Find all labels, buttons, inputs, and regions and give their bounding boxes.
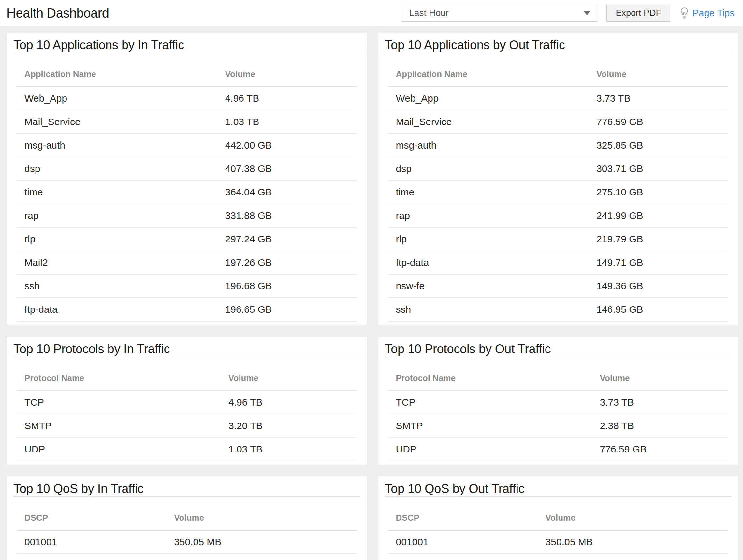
row-name: TCP — [16, 390, 221, 414]
table-row: nsw-fe149.36 GB — [388, 274, 728, 298]
panel: Top 10 Applications by In Traffic Applic… — [7, 33, 366, 325]
row-name: Web_App — [388, 87, 589, 110]
panel: Top 10 Protocols by Out Traffic Protocol… — [378, 336, 738, 465]
column-header-name: DSCP — [388, 497, 538, 530]
row-volume: 442.00 GB — [217, 134, 357, 157]
table-header-row: Application Name Volume — [388, 53, 728, 87]
panel-title: Top 10 Protocols by In Traffic — [13, 341, 360, 357]
page-tips-link[interactable]: Page Tips — [680, 7, 737, 19]
panel: Top 10 QoS by Out Traffic DSCP Volume 00… — [378, 476, 738, 560]
panel-table: DSCP Volume 001001350.05 MBDefault349.17… — [388, 497, 728, 560]
row-volume: 349.17 MB — [166, 554, 356, 560]
panel: Top 10 Applications by Out Traffic Appli… — [378, 33, 738, 325]
table-row: 001001350.05 MB — [388, 530, 728, 554]
table-row: rap241.99 GB — [388, 204, 728, 227]
row-volume: 407.38 GB — [217, 157, 357, 181]
column-header-name: Protocol Name — [16, 357, 221, 390]
export-pdf-button[interactable]: Export PDF — [606, 5, 670, 21]
table-row: dsp303.71 GB — [388, 157, 728, 181]
table-row: rlp297.24 GB — [16, 227, 357, 251]
row-volume: 196.65 GB — [217, 298, 357, 321]
chevron-down-icon — [584, 11, 590, 15]
panel-table: DSCP Volume 001001350.05 MBDefault349.17… — [16, 497, 357, 560]
row-volume: 241.99 GB — [588, 204, 728, 227]
row-volume: 4.96 TB — [221, 390, 356, 414]
table-row: Web_App3.73 TB — [388, 87, 728, 110]
column-header-name: DSCP — [16, 497, 166, 530]
row-name: dsp — [388, 157, 589, 181]
row-name: time — [388, 181, 589, 204]
row-volume: 196.68 GB — [217, 274, 357, 298]
lightbulb-icon — [680, 7, 689, 19]
row-volume: 325.85 GB — [588, 134, 728, 157]
row-name: UDP — [16, 437, 221, 461]
row-name: ftp-data — [16, 298, 217, 321]
row-volume: 4.96 TB — [217, 87, 357, 110]
column-header-volume: Volume — [588, 53, 728, 87]
table-row: Mail_Service1.03 TB — [16, 110, 357, 134]
panel-title: Top 10 QoS by Out Traffic — [385, 481, 732, 497]
row-name: UDP — [388, 437, 592, 461]
header-controls: Last Hour Export PDF Page Tips — [402, 5, 737, 21]
table-row: Mail_Service776.59 GB — [388, 110, 728, 134]
row-volume: 3.20 TB — [221, 414, 356, 437]
row-volume: 3.73 TB — [592, 390, 728, 414]
table-row: time364.04 GB — [16, 181, 357, 204]
row-name: time — [16, 181, 217, 204]
row-name: SMTP — [388, 414, 592, 437]
panel-table: Protocol Name Volume TCP4.96 TBSMTP3.20 … — [16, 357, 357, 461]
table-row: ssh146.95 GB — [388, 298, 728, 321]
time-range-select[interactable]: Last Hour — [402, 5, 597, 21]
table-row: Web_App4.96 TB — [16, 87, 357, 110]
column-header-volume: Volume — [592, 357, 728, 390]
row-name: ssh — [388, 298, 589, 321]
row-volume: 350.05 MB — [166, 530, 356, 554]
row-name: ssh — [16, 274, 217, 298]
row-name: SMTP — [16, 414, 221, 437]
column-header-volume: Volume — [217, 53, 357, 87]
table-row: rlp219.79 GB — [388, 227, 728, 251]
table-row: Mail2197.26 GB — [16, 251, 357, 274]
table-row: SMTP2.38 TB — [388, 414, 728, 437]
row-name: TCP — [388, 390, 592, 414]
row-volume: 275.10 GB — [588, 181, 728, 204]
table-row: rap331.88 GB — [16, 204, 357, 227]
column-header-name: Application Name — [388, 53, 589, 87]
row-name: Web_App — [16, 87, 217, 110]
panel-title: Top 10 Applications by Out Traffic — [385, 37, 732, 53]
time-range-value: Last Hour — [409, 8, 448, 18]
row-name: Default — [388, 554, 538, 560]
row-volume: 3.73 TB — [588, 87, 728, 110]
table-row: UDP1.03 TB — [16, 437, 357, 461]
row-volume: 776.59 GB — [592, 437, 728, 461]
table-row: TCP3.73 TB — [388, 390, 728, 414]
row-name: rlp — [16, 227, 217, 251]
panel-title: Top 10 QoS by In Traffic — [13, 481, 360, 497]
table-row: ftp-data149.71 GB — [388, 251, 728, 274]
table-header-row: DSCP Volume — [388, 497, 728, 530]
panel-title: Top 10 Protocols by Out Traffic — [385, 341, 732, 357]
row-volume: 364.04 GB — [217, 181, 357, 204]
table-row: ftp-data196.65 GB — [16, 298, 357, 321]
row-volume: 297.24 GB — [217, 227, 357, 251]
row-volume: 1.03 TB — [217, 110, 357, 134]
column-header-volume: Volume — [221, 357, 356, 390]
row-volume: 149.71 GB — [588, 251, 728, 274]
panel-title: Top 10 Applications by In Traffic — [13, 37, 360, 53]
row-name: nsw-fe — [388, 274, 589, 298]
table-header-row: DSCP Volume — [16, 497, 357, 530]
table-row: time275.10 GB — [388, 181, 728, 204]
panel-table: Protocol Name Volume TCP3.73 TBSMTP2.38 … — [388, 357, 728, 461]
row-volume: 776.59 GB — [588, 110, 728, 134]
table-row: dsp407.38 GB — [16, 157, 357, 181]
row-name: rlp — [388, 227, 589, 251]
row-name: rap — [16, 204, 217, 227]
panel-table: Application Name Volume Web_App4.96 TBMa… — [16, 53, 357, 322]
page-title: Health Dashboard — [6, 6, 402, 20]
row-volume: 219.79 GB — [588, 227, 728, 251]
table-row: SMTP3.20 TB — [16, 414, 357, 437]
row-volume: 197.26 GB — [217, 251, 357, 274]
column-header-name: Application Name — [16, 53, 217, 87]
row-volume: 149.36 GB — [588, 274, 728, 298]
table-row: Default349.17 MB — [388, 554, 728, 560]
